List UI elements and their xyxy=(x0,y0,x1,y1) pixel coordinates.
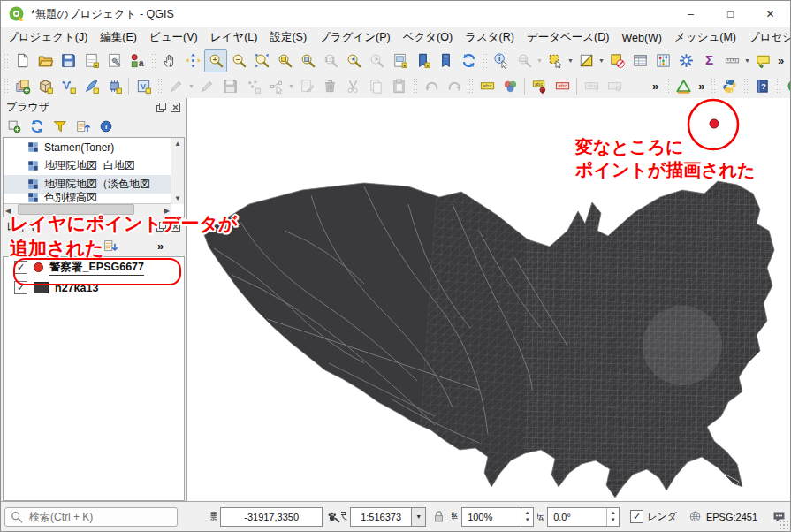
browser-item[interactable]: 色別標高図 xyxy=(4,194,171,201)
menu-ラスタ[interactable]: ラスタ(R) xyxy=(459,27,521,48)
menu-編集[interactable]: 編集(E) xyxy=(94,27,143,48)
collapse-properties-icon[interactable] xyxy=(73,117,93,136)
statistics-icon[interactable] xyxy=(651,49,674,72)
zoom-last-icon[interactable] xyxy=(342,49,365,72)
new-mesh-layer-icon[interactable] xyxy=(103,74,125,97)
save-project-icon[interactable] xyxy=(57,49,80,72)
browser-close-icon[interactable] xyxy=(170,102,181,113)
deselect-all-icon[interactable] xyxy=(605,49,628,72)
menu-設定[interactable]: 設定(S) xyxy=(263,27,313,48)
toolbar-grip[interactable] xyxy=(4,78,8,94)
window-resize-grip[interactable] xyxy=(779,520,789,530)
attribute-table-icon[interactable] xyxy=(628,49,651,72)
new-project-icon[interactable] xyxy=(11,49,34,72)
zoom-full-icon[interactable] xyxy=(250,49,273,72)
grass-tools-icon[interactable] xyxy=(672,74,695,97)
browser-vertical-scrollbar[interactable]: ▲ ▼ xyxy=(171,138,184,204)
new-spatialite-icon[interactable] xyxy=(80,74,103,97)
pan-map-icon[interactable] xyxy=(158,49,181,72)
toolbar-overflow-icon[interactable]: » xyxy=(695,80,708,93)
scale-input[interactable]: 1:516373 xyxy=(350,507,412,527)
extent-toggle-icon[interactable] xyxy=(326,509,341,524)
plugin-manager-icon[interactable] xyxy=(783,74,791,97)
vertex-tool-dropdown-icon[interactable]: ▼ xyxy=(287,83,295,89)
deselect-shape-icon[interactable] xyxy=(574,49,597,72)
refresh-icon[interactable] xyxy=(27,117,47,136)
minimize-button[interactable]: – xyxy=(671,1,711,27)
toolbar-grip[interactable] xyxy=(711,78,715,94)
zoom-to-selection-icon[interactable] xyxy=(273,49,296,72)
zoom-to-layer-icon[interactable] xyxy=(296,49,319,72)
refresh-icon[interactable] xyxy=(457,49,480,72)
browser-undock-icon[interactable] xyxy=(156,102,167,113)
toolbar-grip[interactable] xyxy=(483,53,487,69)
layer-styling-icon[interactable] xyxy=(498,74,521,97)
menu-Web[interactable]: Web(W) xyxy=(615,29,668,47)
open-project-icon[interactable] xyxy=(34,49,57,72)
filter-icon[interactable] xyxy=(50,117,70,136)
toolbar-grip[interactable] xyxy=(665,78,669,94)
coordinate-input[interactable]: -31917,3350 xyxy=(220,507,323,527)
measure-icon[interactable] xyxy=(720,49,743,72)
new-map-view-icon[interactable]: ★ xyxy=(388,49,411,72)
browser-item[interactable]: Stamen(Toner) xyxy=(4,138,171,156)
processing-gear-icon[interactable] xyxy=(674,49,697,72)
new-print-layout-icon[interactable]: ★ xyxy=(80,49,103,72)
close-button[interactable]: ✕ xyxy=(750,1,790,27)
new-bookmark-icon[interactable]: ★ xyxy=(411,49,434,72)
search-input[interactable] xyxy=(27,510,164,524)
toolbar-grip[interactable] xyxy=(413,78,417,94)
sum-sigma-icon[interactable]: Σ xyxy=(697,49,720,72)
current-edits-dropdown-icon[interactable]: ▼ xyxy=(187,83,195,89)
scroll-up-icon[interactable]: ▲ xyxy=(172,138,183,149)
maximize-button[interactable]: □ xyxy=(711,1,750,27)
menu-メッシュ[interactable]: メッシュ(M) xyxy=(668,27,742,48)
menu-プラグイン[interactable]: プラグイン(P) xyxy=(313,27,397,48)
pin-labels-icon[interactable]: abc xyxy=(528,74,551,97)
toolbar-overflow-icon[interactable]: » xyxy=(649,80,662,93)
menu-ベクタ[interactable]: ベクタ(O) xyxy=(397,27,459,48)
new-virtual-layer-icon[interactable]: V xyxy=(132,74,155,97)
identify-icon[interactable]: i xyxy=(490,49,513,72)
select-by-value-dropdown-icon[interactable]: ▼ xyxy=(536,57,544,64)
crs-globe-icon[interactable] xyxy=(688,509,703,524)
render-checkbox[interactable]: ✓ xyxy=(630,510,643,523)
toolbar-grip[interactable] xyxy=(4,53,8,69)
style-manager-icon[interactable]: a xyxy=(125,49,148,72)
data-source-manager-icon[interactable] xyxy=(11,74,34,97)
deselect-shape-dropdown-icon[interactable]: ▼ xyxy=(597,57,605,64)
browser-item[interactable]: 地理院地図_白地図 xyxy=(4,156,171,175)
toolbar-grip[interactable] xyxy=(151,53,156,69)
pan-to-selection-icon[interactable] xyxy=(181,49,204,72)
select-features-icon[interactable] xyxy=(544,49,567,72)
toolbar-overflow-icon[interactable]: » xyxy=(774,54,787,67)
help-contents-icon[interactable]: ? xyxy=(750,74,773,97)
scale-dropdown-icon[interactable]: ▼ xyxy=(412,507,426,527)
toolbar-grip[interactable] xyxy=(743,78,748,94)
add-selected-layers-icon[interactable] xyxy=(4,117,24,136)
lock-scale-icon[interactable] xyxy=(431,509,446,524)
new-shapefile-icon[interactable]: V xyxy=(57,74,80,97)
toolbar-grip[interactable] xyxy=(157,78,162,94)
toolbar-grip[interactable] xyxy=(468,78,473,94)
locator-search[interactable] xyxy=(4,507,178,527)
layer-labeling-icon[interactable]: abc xyxy=(475,74,498,97)
crs-value[interactable]: EPSG:2451 xyxy=(706,512,757,522)
zoom-out-icon[interactable]: − xyxy=(227,49,250,72)
menu-プロセシング[interactable]: プロセシング(C) xyxy=(742,27,791,48)
menu-プロジェクト[interactable]: プロジェクト(J) xyxy=(1,27,94,48)
map-tips-icon[interactable] xyxy=(751,49,774,72)
scroll-down-icon[interactable]: ▼ xyxy=(172,193,183,204)
zoom-in-icon[interactable]: + xyxy=(204,49,227,72)
menu-データベース[interactable]: データベース(D) xyxy=(521,27,616,48)
layout-manager-icon[interactable] xyxy=(103,49,125,72)
properties-info-icon[interactable]: i xyxy=(96,117,116,136)
python-console-icon[interactable] xyxy=(718,74,741,97)
measure-dropdown-icon[interactable]: ▼ xyxy=(743,57,751,64)
new-geopackage-icon[interactable] xyxy=(34,74,57,97)
show-bookmarks-icon[interactable] xyxy=(434,49,457,72)
select-features-dropdown-icon[interactable]: ▼ xyxy=(567,57,574,64)
highlight-pinned-labels-icon[interactable]: abc xyxy=(551,74,574,97)
toolbar-grip[interactable] xyxy=(776,78,780,94)
rotation-spinner[interactable]: 0.0°▲▼ xyxy=(547,507,620,527)
